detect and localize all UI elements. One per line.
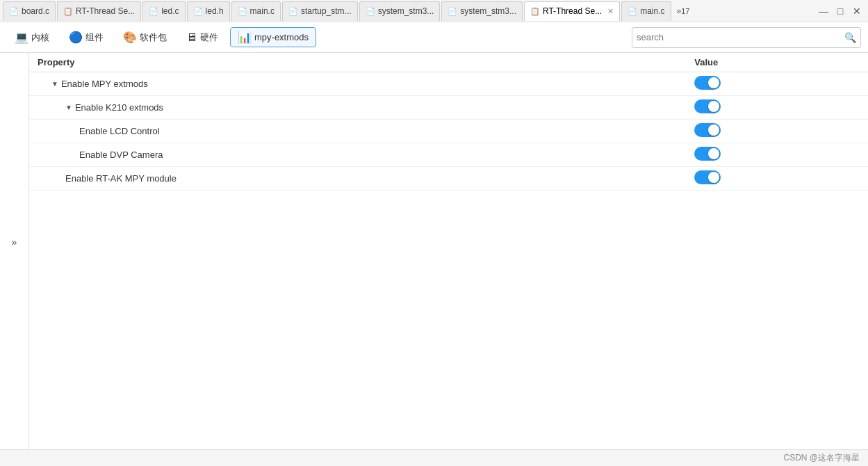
toggle-enable-lcd-control[interactable] <box>694 123 721 137</box>
maximize-button[interactable]: □ <box>835 6 846 17</box>
tab-led-h[interactable]: 📄 led.h <box>187 1 230 21</box>
tab-icon: 📄 <box>366 7 375 16</box>
nav-item-packages[interactable]: 🎨 软件包 <box>115 27 174 47</box>
property-panel: Property Value ▼ Enable MPY extmods <box>29 53 868 449</box>
tab-icon: 📄 <box>448 7 457 16</box>
value-column-header: Value <box>686 53 868 72</box>
tab-label: board.c <box>22 6 49 16</box>
property-name-wrapper: Enable RT-AK MPY module <box>38 173 678 184</box>
nav-item-label: 硬件 <box>200 31 218 44</box>
tab-rtthread-1[interactable]: 📋 RT-Thread Se... <box>57 1 141 21</box>
footer: CSDN @这名字海星 <box>0 449 868 466</box>
toggle-enable-k210-extmods[interactable] <box>694 99 721 113</box>
tab-icon: 📄 <box>628 7 637 16</box>
table-row: Enable DVP Camera <box>29 143 868 167</box>
table-row: Enable RT-AK MPY module <box>29 167 868 191</box>
value-cell <box>686 167 868 191</box>
property-label: Enable K210 extmods <box>75 102 163 113</box>
tab-rtthread-active[interactable]: 📋 RT-Thread Se... ✕ <box>524 1 620 21</box>
nav-item-label: 软件包 <box>140 31 167 44</box>
tab-icon: 📄 <box>288 7 298 16</box>
nav-item-label: 组件 <box>85 31 104 44</box>
property-cell: ▼ Enable MPY extmods <box>29 72 686 96</box>
tab-label: system_stm3... <box>460 6 516 16</box>
property-name-wrapper: ▼ Enable MPY extmods <box>38 79 678 89</box>
tab-icon: 📄 <box>193 7 203 16</box>
property-name-wrapper: Enable DVP Camera <box>38 150 678 160</box>
minimize-button[interactable]: — <box>818 6 829 17</box>
tab-main-c-1[interactable]: 📄 main.c <box>231 1 281 21</box>
collapse-button[interactable]: » <box>9 234 20 250</box>
toggle-knob <box>708 101 719 112</box>
tab-main-c-2[interactable]: 📄 main.c <box>621 1 671 21</box>
toggle-enable-mpy-extmods[interactable] <box>694 76 721 90</box>
tab-startup[interactable]: 📄 startup_stm... <box>282 1 358 21</box>
left-panel: » <box>0 53 29 449</box>
footer-text: CSDN @这名字海星 <box>783 452 860 464</box>
nav-item-mpy-extmods[interactable]: 📊 mpy-extmods <box>230 27 316 47</box>
components-icon: 🔵 <box>69 31 83 44</box>
tab-board-c[interactable]: 📄 board.c <box>3 1 56 21</box>
nav-item-label: 内核 <box>31 31 49 44</box>
tab-close-icon[interactable]: ✕ <box>607 7 614 16</box>
value-cell <box>686 143 868 167</box>
table-header-row: Property Value <box>29 53 868 72</box>
tab-icon: 📄 <box>9 7 19 16</box>
main-content: » Property Value ▼ Enable MPY extmods <box>0 53 868 449</box>
property-cell: Enable LCD Control <box>29 120 686 143</box>
property-table: Property Value ▼ Enable MPY extmods <box>29 53 868 191</box>
tab-led-c[interactable]: 📄 led.c <box>142 1 185 21</box>
tab-bar: 📄 board.c 📋 RT-Thread Se... 📄 led.c 📄 le… <box>0 0 868 22</box>
mpy-extmods-icon: 📊 <box>238 31 252 44</box>
search-area: 🔍 <box>632 27 861 48</box>
property-label: Enable RT-AK MPY module <box>65 173 177 184</box>
toggle-knob <box>708 148 719 159</box>
tab-icon: 📄 <box>238 7 247 16</box>
nav-bar: 💻 内核 🔵 组件 🎨 软件包 🖥 硬件 📊 mpy-extmods 🔍 <box>0 22 868 53</box>
toggle-knob <box>708 124 719 136</box>
tab-system2[interactable]: 📄 system_stm3... <box>441 1 523 21</box>
property-name-wrapper: ▼ Enable K210 extmods <box>38 102 678 113</box>
toggle-enable-dvp-camera[interactable] <box>694 147 721 161</box>
search-input[interactable] <box>637 32 844 42</box>
tab-label: system_stm3... <box>378 6 434 16</box>
tab-label: startup_stm... <box>301 6 352 16</box>
nav-item-hardware[interactable]: 🖥 硬件 <box>179 28 226 47</box>
overflow-count: 17 <box>681 7 689 15</box>
tab-system1[interactable]: 📄 system_stm3... <box>359 1 441 21</box>
property-cell: ▼ Enable K210 extmods <box>29 96 686 120</box>
expand-arrow-icon[interactable]: ▼ <box>51 80 58 88</box>
tab-label: led.c <box>161 6 179 16</box>
nav-item-label: mpy-extmods <box>254 32 309 42</box>
tab-icon: 📋 <box>530 7 540 16</box>
tab-icon: 📋 <box>63 7 73 16</box>
expand-arrow-icon[interactable]: ▼ <box>65 104 72 111</box>
property-cell: Enable RT-AK MPY module <box>29 167 686 191</box>
packages-icon: 🎨 <box>123 31 137 44</box>
value-cell <box>686 72 868 96</box>
property-column-header: Property <box>29 53 686 72</box>
table-row: ▼ Enable MPY extmods <box>29 72 868 96</box>
close-button[interactable]: ✕ <box>851 6 862 17</box>
property-name-wrapper: Enable LCD Control <box>38 126 678 136</box>
kernel-icon: 💻 <box>15 31 28 44</box>
property-label: Enable DVP Camera <box>79 150 163 160</box>
toggle-enable-rtak-mpy[interactable] <box>694 170 721 184</box>
toggle-knob <box>708 172 719 183</box>
property-cell: Enable DVP Camera <box>29 143 686 167</box>
nav-item-kernel[interactable]: 💻 内核 <box>7 27 57 47</box>
tab-overflow-button[interactable]: » 17 <box>673 6 694 16</box>
overflow-count-label: » <box>677 6 682 16</box>
window-controls: — □ ✕ <box>818 6 865 17</box>
nav-item-components[interactable]: 🔵 组件 <box>61 27 111 47</box>
table-row: ▼ Enable K210 extmods <box>29 96 868 120</box>
hardware-icon: 🖥 <box>186 31 197 44</box>
table-row: Enable LCD Control <box>29 120 868 143</box>
search-icon[interactable]: 🔍 <box>844 32 856 43</box>
property-label: Enable MPY extmods <box>61 79 148 89</box>
tab-label: main.c <box>640 6 664 16</box>
tab-label: RT-Thread Se... <box>543 6 602 16</box>
value-cell <box>686 96 868 120</box>
tab-label: main.c <box>250 6 275 16</box>
tab-label: RT-Thread Se... <box>76 6 135 16</box>
